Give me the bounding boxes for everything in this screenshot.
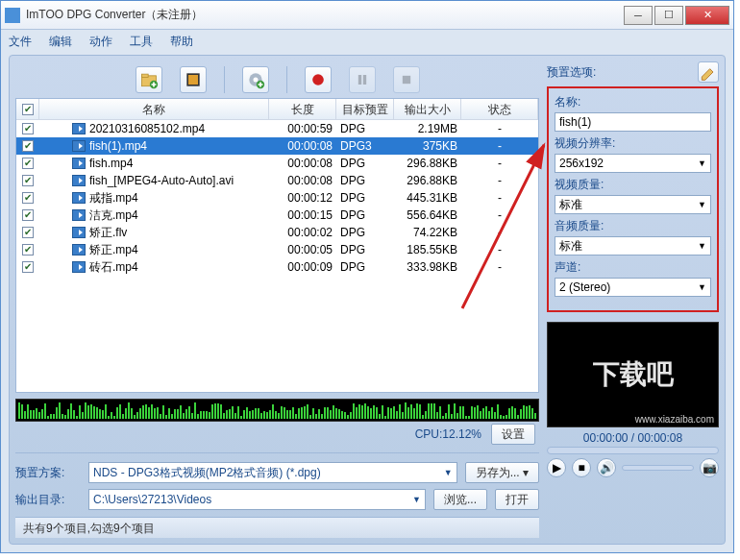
file-size: 333.98KB <box>394 259 461 275</box>
table-row[interactable]: 戒指.mp400:00:12DPG445.31KB- <box>16 189 538 207</box>
menu-tools[interactable]: 工具 <box>130 34 153 50</box>
preset-vq-label: 视频质量: <box>555 177 711 193</box>
svg-rect-11 <box>402 76 409 84</box>
preset-resolution-dropdown[interactable]: 256x192▼ <box>555 154 711 173</box>
file-length: 00:00:05 <box>269 242 336 257</box>
save-as-button[interactable]: 另存为... ▾ <box>465 462 539 483</box>
video-icon <box>72 244 86 256</box>
header-length[interactable]: 长度 <box>269 99 336 119</box>
video-icon <box>72 140 86 152</box>
row-checkbox[interactable] <box>22 227 34 238</box>
preset-name-input[interactable]: fish(1) <box>555 112 711 132</box>
seek-slider[interactable] <box>547 447 719 454</box>
table-row[interactable]: 矫正.mp400:00:05DPG185.55KB- <box>16 241 538 258</box>
file-name: fish.mp4 <box>89 157 133 170</box>
close-button[interactable]: ✕ <box>685 6 729 25</box>
stop-button[interactable] <box>393 66 420 93</box>
file-name: fish(1).mp4 <box>89 139 147 153</box>
settings-button[interactable] <box>242 66 269 93</box>
minimize-button[interactable]: ─ <box>624 6 653 25</box>
video-icon <box>72 123 86 134</box>
file-status: - <box>461 190 538 206</box>
table-row[interactable]: fish.mp400:00:08DPG296.88KB- <box>16 155 538 172</box>
header-checkbox[interactable] <box>16 99 39 119</box>
row-checkbox[interactable] <box>22 192 34 204</box>
waveform-bar <box>15 399 539 422</box>
table-row[interactable]: fish(1).mp400:00:08DPG3375KB- <box>16 137 538 155</box>
menu-action[interactable]: 动作 <box>89 34 112 50</box>
file-name: 戒指.mp4 <box>89 190 138 207</box>
profile-dropdown[interactable]: NDS - DPG3格式视频(MP2格式音频) (*.dpg)▼ <box>88 462 457 483</box>
preset-options-title: 预置选项: <box>547 64 596 81</box>
output-path-field[interactable]: C:\Users\27213\Videos▼ <box>88 489 426 510</box>
header-size[interactable]: 输出大小 <box>394 99 461 119</box>
row-checkbox[interactable] <box>22 175 34 186</box>
file-preset: DPG <box>336 190 394 206</box>
add-clip-button[interactable] <box>180 66 207 93</box>
preset-panel: 名称: fish(1) 视频分辨率: 256x192▼ 视频质量: 标准▼ 音频… <box>547 86 719 312</box>
file-name: 矫正.mp4 <box>89 242 138 258</box>
menu-edit[interactable]: 编辑 <box>49 34 72 50</box>
preview-area: 下载吧 www.xiazaiba.com <box>547 322 719 427</box>
file-name: fish_[MPEG4-Auto-Auto].avi <box>89 174 234 187</box>
maximize-button[interactable]: ☐ <box>654 6 683 25</box>
file-length: 00:00:59 <box>269 121 336 136</box>
file-length: 00:00:08 <box>269 138 336 154</box>
snapshot-button[interactable]: 📷 <box>700 458 719 477</box>
row-checkbox[interactable] <box>22 140 34 152</box>
video-icon <box>72 175 86 186</box>
menubar: 文件 编辑 动作 工具 帮助 <box>1 30 733 53</box>
cpu-settings-button[interactable]: 设置 <box>491 424 535 445</box>
titlebar: ImTOO DPG Converter（未注册） ─ ☐ ✕ <box>1 1 733 30</box>
file-preset: DPG <box>336 225 394 240</box>
file-status: - <box>461 156 538 171</box>
video-icon <box>72 209 86 221</box>
file-preset: DPG <box>336 156 394 171</box>
edit-preset-button[interactable] <box>698 61 719 83</box>
file-status: - <box>461 138 538 154</box>
row-checkbox[interactable] <box>22 244 34 256</box>
svg-point-8 <box>312 74 324 85</box>
watermark-text: 下载吧 <box>593 356 674 393</box>
play-button[interactable]: ▶ <box>547 458 566 477</box>
volume-button[interactable]: 🔊 <box>597 458 616 477</box>
preset-aq-label: 音频质量: <box>555 218 711 234</box>
menu-help[interactable]: 帮助 <box>170 34 193 50</box>
table-row[interactable]: 砖石.mp400:00:09DPG333.98KB- <box>16 258 538 276</box>
file-status: - <box>461 242 538 257</box>
video-icon <box>72 158 86 169</box>
preset-resolution-label: 视频分辨率: <box>555 135 711 152</box>
file-status: - <box>461 173 538 188</box>
row-checkbox[interactable] <box>22 123 34 134</box>
table-row[interactable]: fish_[MPEG4-Auto-Auto].avi00:00:08DPG296… <box>16 172 538 189</box>
pause-button[interactable] <box>349 66 376 93</box>
file-size: 74.22KB <box>394 225 461 240</box>
header-name[interactable]: 名称 <box>39 99 269 119</box>
file-length: 00:00:15 <box>269 207 336 223</box>
table-row[interactable]: 洁克.mp400:00:15DPG556.64KB- <box>16 207 538 224</box>
menu-file[interactable]: 文件 <box>9 34 32 50</box>
output-label: 输出目录: <box>15 492 81 508</box>
volume-slider[interactable] <box>622 465 694 471</box>
stop-preview-button[interactable]: ■ <box>572 458 591 477</box>
svg-rect-1 <box>141 74 148 77</box>
file-preset: DPG <box>336 259 394 275</box>
file-size: 185.55KB <box>394 242 461 257</box>
row-checkbox[interactable] <box>22 209 34 221</box>
preset-aq-dropdown[interactable]: 标准▼ <box>555 236 711 256</box>
header-preset[interactable]: 目标预置 <box>336 99 394 119</box>
preset-channel-dropdown[interactable]: 2 (Stereo)▼ <box>555 278 711 297</box>
table-row[interactable]: 20210316085102.mp400:00:59DPG2.19MB- <box>16 120 538 137</box>
preset-vq-dropdown[interactable]: 标准▼ <box>555 195 711 214</box>
preset-channel-label: 声道: <box>555 259 711 276</box>
browse-button[interactable]: 浏览... <box>433 489 487 510</box>
file-name: 矫正.flv <box>89 225 127 241</box>
cpu-label: CPU:12.12% <box>415 427 481 441</box>
add-file-button[interactable] <box>136 66 162 93</box>
record-button[interactable] <box>305 66 332 93</box>
header-status[interactable]: 状态 <box>461 99 538 119</box>
row-checkbox[interactable] <box>22 261 34 273</box>
open-button[interactable]: 打开 <box>495 489 539 510</box>
row-checkbox[interactable] <box>22 158 34 169</box>
table-row[interactable]: 矫正.flv00:00:02DPG74.22KB- <box>16 224 538 241</box>
